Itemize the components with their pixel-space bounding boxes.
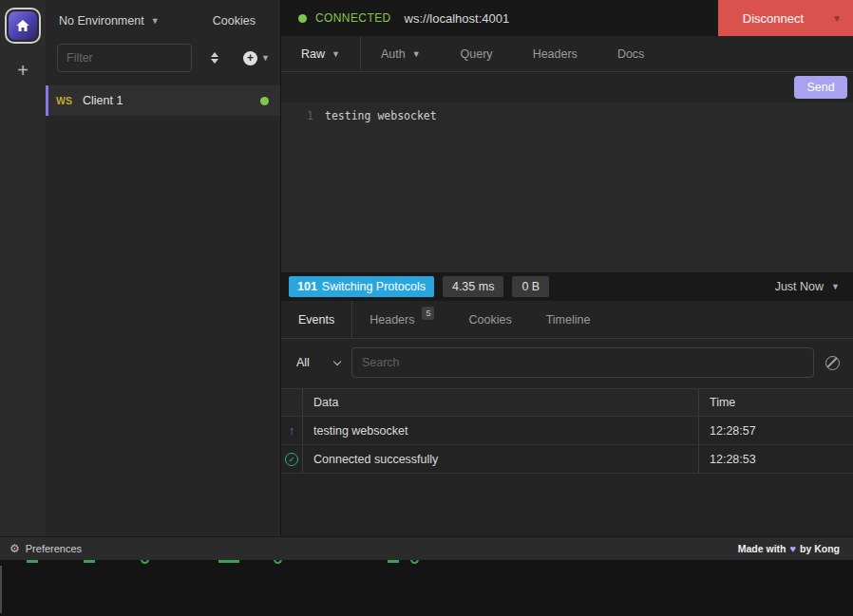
sidebar-header: No Environment ▼ Cookies	[46, 0, 280, 42]
time-column-header: Time	[699, 389, 853, 416]
new-project-button[interactable]: +	[17, 61, 28, 80]
tab-docs[interactable]: Docs	[597, 36, 664, 72]
disconnect-options-button[interactable]: ▼	[828, 0, 853, 36]
app-window: + No Environment ▼ Cookies + ▼ WS Client…	[0, 0, 853, 560]
preferences-button[interactable]: ⚙ Preferences	[9, 542, 82, 555]
add-request-button[interactable]: + ▼	[243, 51, 270, 65]
sort-down-arrow-icon	[211, 59, 218, 64]
event-type-select[interactable]: All	[294, 356, 340, 369]
sent-arrow-up-icon: ↑	[289, 424, 294, 438]
tab-response-cookies-label: Cookies	[468, 313, 511, 327]
event-time-cell: 12:28:53	[699, 445, 853, 473]
check-circle-icon: ✓	[285, 453, 298, 466]
tab-timeline-label: Timeline	[546, 313, 591, 327]
sidebar-filter-row: + ▼	[46, 42, 280, 74]
filter-input[interactable]	[57, 44, 192, 72]
tab-response-headers[interactable]: Headers5	[352, 301, 451, 339]
event-type-selected: All	[296, 356, 310, 369]
icon-column-header	[281, 389, 303, 416]
environment-label: No Environment	[59, 14, 144, 28]
status-bar: ⚙ Preferences Made with ♥ by Kong	[0, 536, 853, 560]
chevron-down-icon: ▼	[831, 282, 840, 291]
tab-headers[interactable]: Headers	[513, 36, 597, 72]
home-button[interactable]	[5, 8, 41, 44]
recency-label: Just Now	[775, 280, 824, 293]
chevron-down-icon: ▼	[261, 53, 270, 63]
kong-credit-link[interactable]: Made with ♥ by Kong	[738, 543, 840, 554]
tab-headers-label: Headers	[533, 47, 578, 61]
tab-raw[interactable]: Raw ▼	[281, 36, 361, 72]
status-badge: 101 Switching Protocols	[289, 276, 434, 297]
activity-bar: +	[0, 0, 46, 536]
request-tabs: Raw ▼ Auth ▼ Query Headers Docs	[281, 36, 853, 72]
tab-query[interactable]: Query	[441, 36, 513, 72]
events-filter-row: All	[281, 339, 853, 386]
environment-dropdown[interactable]: No Environment ▼	[59, 14, 160, 28]
url-bar: CONNECTED ws://localhost:4001 Disconnect…	[281, 0, 853, 36]
plus-circle-icon: +	[243, 51, 257, 65]
heart-icon: ♥	[789, 543, 796, 554]
chevron-down-icon: ▼	[832, 13, 842, 24]
table-row[interactable]: ↑ testing websocket 12:28:57	[281, 417, 853, 445]
response-meta-bar: 101 Switching Protocols 4.35 ms 0 B Just…	[281, 272, 853, 301]
connection-status-label: CONNECTED	[315, 11, 391, 25]
sidebar: No Environment ▼ Cookies + ▼ WS Client 1	[46, 0, 280, 536]
client-name: Client 1	[83, 94, 260, 107]
tab-raw-label: Raw	[301, 47, 325, 61]
event-time-cell: 12:28:57	[699, 417, 853, 444]
disconnect-button-group: Disconnect ▼	[718, 0, 853, 36]
event-icon-cell: ✓	[281, 445, 303, 473]
headers-count-badge: 5	[422, 307, 434, 320]
tab-response-cookies[interactable]: Cookies	[451, 301, 528, 339]
chevron-down-icon: ▼	[412, 49, 421, 59]
clear-events-icon[interactable]	[825, 356, 840, 370]
table-row[interactable]: ✓ Connected successfully 12:28:53	[281, 445, 853, 474]
event-icon-cell: ↑	[281, 417, 303, 444]
editor-content: testing websocket	[325, 109, 437, 272]
tab-events-label: Events	[298, 313, 334, 327]
response-size-badge: 0 B	[512, 276, 549, 297]
tab-auth[interactable]: Auth ▼	[361, 36, 441, 72]
connection-status: CONNECTED	[281, 11, 405, 25]
events-table: Data Time ↑ testing websocket 12:28:57 ✓…	[281, 388, 853, 474]
gear-icon: ⚙	[9, 542, 20, 555]
data-column-header: Data	[303, 389, 699, 416]
terminal-left-edge	[0, 566, 2, 613]
chevron-down-icon: ▼	[332, 49, 340, 59]
response-history-dropdown[interactable]: Just Now ▼	[775, 280, 840, 293]
chevron-down-icon	[333, 357, 341, 364]
send-button[interactable]: Send	[794, 76, 847, 99]
ws-method-badge: WS	[56, 95, 83, 106]
sort-icon[interactable]	[211, 52, 218, 64]
tab-docs-label: Docs	[617, 47, 644, 61]
credit-prefix: Made with	[738, 543, 787, 554]
tab-events[interactable]: Events	[281, 301, 352, 339]
connected-dot-icon	[260, 97, 269, 105]
sidebar-item-client-1[interactable]: WS Client 1	[46, 85, 280, 116]
response-tabs: Events Headers5 Cookies Timeline	[281, 301, 853, 339]
send-row: Send	[281, 72, 853, 103]
event-data-cell: testing websocket	[303, 417, 699, 444]
disconnect-button[interactable]: Disconnect	[718, 0, 828, 36]
main-panel: CONNECTED ws://localhost:4001 Disconnect…	[280, 0, 853, 536]
message-editor[interactable]: 1 testing websocket	[281, 103, 853, 272]
cookies-button[interactable]: Cookies	[213, 14, 256, 28]
websocket-url-field[interactable]: ws://localhost:4001	[405, 11, 718, 26]
terminal-window: connecting: 4d69cf14-e565-4501-9ddc-e885…	[0, 560, 853, 616]
response-time-badge: 4.35 ms	[443, 276, 503, 297]
home-icon	[9, 11, 37, 40]
sort-up-arrow-icon	[211, 52, 218, 57]
line-number: 1	[281, 109, 325, 272]
events-empty-area	[281, 474, 853, 536]
tab-auth-label: Auth	[381, 47, 406, 61]
tab-query-label: Query	[461, 47, 493, 61]
tab-timeline[interactable]: Timeline	[529, 301, 608, 339]
credit-suffix: by Kong	[800, 543, 840, 554]
table-header-row: Data Time	[281, 388, 853, 417]
event-search-input[interactable]	[351, 347, 814, 378]
tab-response-headers-label: Headers	[370, 313, 414, 327]
status-code: 101	[297, 280, 317, 293]
preferences-label: Preferences	[26, 543, 82, 554]
status-text: Switching Protocols	[322, 280, 426, 293]
status-dot-icon	[298, 14, 307, 23]
